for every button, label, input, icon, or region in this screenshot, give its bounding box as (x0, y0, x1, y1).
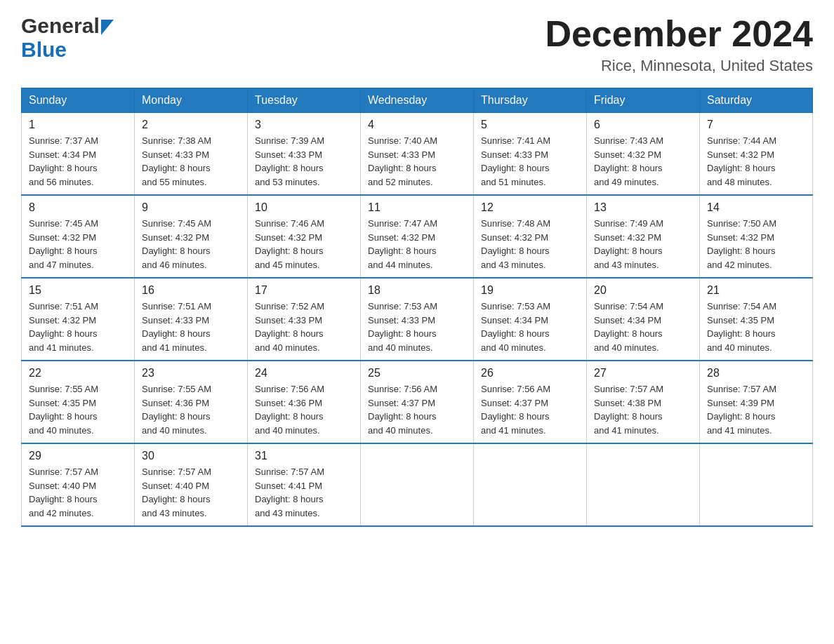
calendar-cell: 24 Sunrise: 7:56 AM Sunset: 4:36 PM Dayl… (248, 361, 361, 443)
weekday-header-friday: Friday (587, 88, 700, 113)
day-number: 10 (255, 201, 353, 214)
week-row-1: 1 Sunrise: 7:37 AM Sunset: 4:34 PM Dayli… (22, 113, 813, 196)
day-info: Sunrise: 7:43 AM Sunset: 4:32 PM Dayligh… (594, 134, 692, 189)
svg-marker-0 (101, 20, 114, 35)
day-number: 1 (29, 119, 127, 131)
calendar-cell: 1 Sunrise: 7:37 AM Sunset: 4:34 PM Dayli… (22, 113, 135, 196)
day-info: Sunrise: 7:52 AM Sunset: 4:33 PM Dayligh… (255, 300, 353, 354)
day-info: Sunrise: 7:56 AM Sunset: 4:37 PM Dayligh… (368, 382, 466, 437)
calendar-cell: 31 Sunrise: 7:57 AM Sunset: 4:41 PM Dayl… (248, 443, 361, 526)
weekday-header-row: SundayMondayTuesdayWednesdayThursdayFrid… (22, 88, 813, 113)
day-number: 4 (368, 119, 466, 131)
day-number: 26 (481, 367, 579, 380)
day-info: Sunrise: 7:37 AM Sunset: 4:34 PM Dayligh… (29, 134, 127, 189)
day-number: 9 (142, 201, 240, 214)
week-row-4: 22 Sunrise: 7:55 AM Sunset: 4:35 PM Dayl… (22, 361, 813, 443)
calendar-cell: 23 Sunrise: 7:55 AM Sunset: 4:36 PM Dayl… (135, 361, 248, 443)
day-number: 12 (481, 201, 579, 214)
day-info: Sunrise: 7:47 AM Sunset: 4:32 PM Dayligh… (368, 217, 466, 271)
day-number: 22 (29, 367, 127, 380)
calendar-cell: 28 Sunrise: 7:57 AM Sunset: 4:39 PM Dayl… (700, 361, 813, 443)
day-info: Sunrise: 7:57 AM Sunset: 4:40 PM Dayligh… (29, 465, 127, 520)
weekday-header-sunday: Sunday (22, 88, 135, 113)
day-info: Sunrise: 7:41 AM Sunset: 4:33 PM Dayligh… (481, 134, 579, 189)
day-info: Sunrise: 7:53 AM Sunset: 4:33 PM Dayligh… (368, 300, 466, 354)
day-info: Sunrise: 7:51 AM Sunset: 4:32 PM Dayligh… (29, 300, 127, 354)
calendar-cell: 10 Sunrise: 7:46 AM Sunset: 4:32 PM Dayl… (248, 195, 361, 278)
calendar-table: SundayMondayTuesdayWednesdayThursdayFrid… (21, 88, 813, 527)
day-number: 7 (707, 119, 805, 131)
calendar-cell (474, 443, 587, 526)
logo-blue-text: Blue (21, 38, 67, 62)
week-row-2: 8 Sunrise: 7:45 AM Sunset: 4:32 PM Dayli… (22, 195, 813, 278)
logo-general-text: General (21, 14, 100, 38)
day-info: Sunrise: 7:45 AM Sunset: 4:32 PM Dayligh… (142, 217, 240, 271)
day-number: 31 (255, 450, 353, 462)
logo-arrow-icon (101, 20, 114, 35)
day-number: 27 (594, 367, 692, 380)
calendar-cell: 17 Sunrise: 7:52 AM Sunset: 4:33 PM Dayl… (248, 278, 361, 361)
calendar-cell: 11 Sunrise: 7:47 AM Sunset: 4:32 PM Dayl… (361, 195, 474, 278)
calendar-cell (587, 443, 700, 526)
day-number: 13 (594, 201, 692, 214)
calendar-cell: 16 Sunrise: 7:51 AM Sunset: 4:33 PM Dayl… (135, 278, 248, 361)
location-subtitle: Rice, Minnesota, United States (545, 57, 813, 75)
day-info: Sunrise: 7:46 AM Sunset: 4:32 PM Dayligh… (255, 217, 353, 271)
page-header: General Blue December 2024 Rice, Minneso… (21, 14, 813, 75)
day-number: 6 (594, 119, 692, 131)
calendar-cell: 6 Sunrise: 7:43 AM Sunset: 4:32 PM Dayli… (587, 113, 700, 196)
day-info: Sunrise: 7:44 AM Sunset: 4:32 PM Dayligh… (707, 134, 805, 189)
day-number: 15 (29, 284, 127, 297)
calendar-cell: 21 Sunrise: 7:54 AM Sunset: 4:35 PM Dayl… (700, 278, 813, 361)
calendar-cell (700, 443, 813, 526)
day-info: Sunrise: 7:57 AM Sunset: 4:39 PM Dayligh… (707, 382, 805, 437)
day-info: Sunrise: 7:45 AM Sunset: 4:32 PM Dayligh… (29, 217, 127, 271)
day-info: Sunrise: 7:51 AM Sunset: 4:33 PM Dayligh… (142, 300, 240, 354)
day-number: 24 (255, 367, 353, 380)
weekday-header-thursday: Thursday (474, 88, 587, 113)
day-number: 17 (255, 284, 353, 297)
day-number: 23 (142, 367, 240, 380)
day-number: 29 (29, 450, 127, 462)
title-area: December 2024 Rice, Minnesota, United St… (545, 14, 813, 75)
calendar-cell: 30 Sunrise: 7:57 AM Sunset: 4:40 PM Dayl… (135, 443, 248, 526)
week-row-5: 29 Sunrise: 7:57 AM Sunset: 4:40 PM Dayl… (22, 443, 813, 526)
calendar-cell: 7 Sunrise: 7:44 AM Sunset: 4:32 PM Dayli… (700, 113, 813, 196)
calendar-cell: 9 Sunrise: 7:45 AM Sunset: 4:32 PM Dayli… (135, 195, 248, 278)
day-number: 18 (368, 284, 466, 297)
day-number: 20 (594, 284, 692, 297)
weekday-header-saturday: Saturday (700, 88, 813, 113)
calendar-cell: 19 Sunrise: 7:53 AM Sunset: 4:34 PM Dayl… (474, 278, 587, 361)
day-info: Sunrise: 7:49 AM Sunset: 4:32 PM Dayligh… (594, 217, 692, 271)
day-number: 2 (142, 119, 240, 131)
day-info: Sunrise: 7:57 AM Sunset: 4:41 PM Dayligh… (255, 465, 353, 520)
day-number: 3 (255, 119, 353, 131)
day-number: 19 (481, 284, 579, 297)
day-number: 14 (707, 201, 805, 214)
day-info: Sunrise: 7:48 AM Sunset: 4:32 PM Dayligh… (481, 217, 579, 271)
day-info: Sunrise: 7:56 AM Sunset: 4:37 PM Dayligh… (481, 382, 579, 437)
calendar-cell: 2 Sunrise: 7:38 AM Sunset: 4:33 PM Dayli… (135, 113, 248, 196)
weekday-header-tuesday: Tuesday (248, 88, 361, 113)
day-number: 11 (368, 201, 466, 214)
day-info: Sunrise: 7:40 AM Sunset: 4:33 PM Dayligh… (368, 134, 466, 189)
calendar-cell: 12 Sunrise: 7:48 AM Sunset: 4:32 PM Dayl… (474, 195, 587, 278)
week-row-3: 15 Sunrise: 7:51 AM Sunset: 4:32 PM Dayl… (22, 278, 813, 361)
day-number: 16 (142, 284, 240, 297)
calendar-cell (361, 443, 474, 526)
calendar-cell: 14 Sunrise: 7:50 AM Sunset: 4:32 PM Dayl… (700, 195, 813, 278)
day-info: Sunrise: 7:54 AM Sunset: 4:35 PM Dayligh… (707, 300, 805, 354)
calendar-cell: 25 Sunrise: 7:56 AM Sunset: 4:37 PM Dayl… (361, 361, 474, 443)
day-number: 28 (707, 367, 805, 380)
calendar-cell: 27 Sunrise: 7:57 AM Sunset: 4:38 PM Dayl… (587, 361, 700, 443)
day-info: Sunrise: 7:57 AM Sunset: 4:38 PM Dayligh… (594, 382, 692, 437)
calendar-cell: 22 Sunrise: 7:55 AM Sunset: 4:35 PM Dayl… (22, 361, 135, 443)
calendar-cell: 8 Sunrise: 7:45 AM Sunset: 4:32 PM Dayli… (22, 195, 135, 278)
day-info: Sunrise: 7:55 AM Sunset: 4:36 PM Dayligh… (142, 382, 240, 437)
day-info: Sunrise: 7:50 AM Sunset: 4:32 PM Dayligh… (707, 217, 805, 271)
weekday-header-wednesday: Wednesday (361, 88, 474, 113)
calendar-cell: 18 Sunrise: 7:53 AM Sunset: 4:33 PM Dayl… (361, 278, 474, 361)
calendar-cell: 26 Sunrise: 7:56 AM Sunset: 4:37 PM Dayl… (474, 361, 587, 443)
calendar-cell: 5 Sunrise: 7:41 AM Sunset: 4:33 PM Dayli… (474, 113, 587, 196)
logo: General (21, 14, 114, 38)
